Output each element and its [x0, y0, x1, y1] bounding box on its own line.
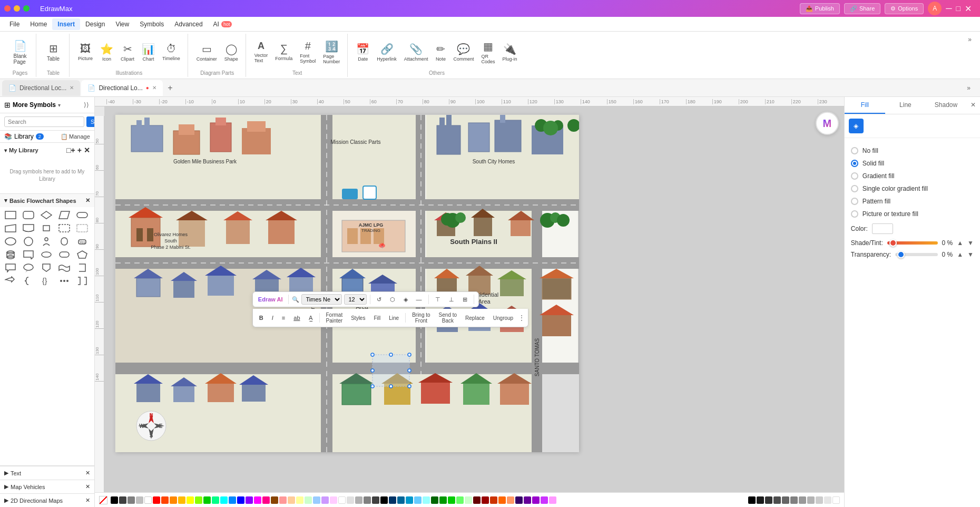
font-size-select[interactable]: 12 [344, 294, 367, 305]
swatch-light-blue[interactable] [313, 496, 320, 504]
line-btn[interactable]: — [413, 295, 425, 304]
maximize-icon[interactable]: □ [956, 4, 961, 13]
menu-design[interactable]: Design [80, 18, 110, 30]
format-painter-btn[interactable]: FormatPainter [323, 310, 346, 325]
swatch-lime[interactable] [195, 496, 202, 504]
swatch-orchid[interactable] [541, 496, 548, 504]
menu-insert[interactable]: Insert [52, 18, 80, 30]
tab-line[interactable]: Line [885, 97, 926, 114]
date-button[interactable]: 📅 Date [353, 41, 373, 64]
underline-btn[interactable]: ab [290, 313, 303, 323]
qr-codes-button[interactable]: ▦ QRCodes [478, 38, 498, 66]
avatar[interactable]: A [928, 2, 942, 15]
shape-bracket2[interactable] [75, 275, 90, 287]
canvas-inner[interactable]: AJMC LPG TRADING 📍 [104, 106, 844, 492]
swatch-dark5[interactable] [782, 496, 789, 504]
ctx-fill-btn[interactable]: Fill [370, 314, 384, 323]
font-family-select[interactable]: Times Ne [301, 294, 342, 305]
shape-circle[interactable] [21, 236, 36, 247]
replace-btn[interactable]: Replace [462, 314, 488, 323]
swatch-lavender[interactable] [321, 496, 329, 504]
fill-tool-active[interactable]: ◈ [849, 119, 864, 133]
shape-comment[interactable] [21, 249, 36, 260]
swatch-thistle[interactable] [549, 496, 556, 504]
flowchart-section-header[interactable]: ▾ Basic Flowchart Shapes ✕ [0, 194, 94, 207]
minimize-icon[interactable]: ─ [946, 4, 952, 13]
maximize-dot[interactable] [23, 5, 30, 12]
shape-person2[interactable] [57, 236, 72, 247]
blank-page-button[interactable]: 📄 BlankPage [8, 37, 32, 67]
shape-wave[interactable] [57, 262, 72, 274]
swatch-crimson[interactable] [482, 496, 489, 504]
fill-btn[interactable]: ◈ [400, 295, 411, 305]
shape-bracket[interactable] [75, 262, 90, 274]
shape-dots-rect[interactable] [75, 222, 90, 234]
tab-2[interactable]: 📄 Directional Lo... ● ✕ [81, 80, 162, 96]
swatch-magenta[interactable] [254, 496, 261, 504]
transparency-down[interactable]: ▼ [967, 251, 974, 258]
distribute-btn[interactable]: ⊞ [459, 295, 471, 305]
symbols-dropdown-icon[interactable]: ▾ [58, 102, 61, 108]
bring-to-front-btn[interactable]: Bring toFront [409, 310, 433, 325]
swatch-dark11[interactable] [832, 496, 840, 504]
fill-option-picture[interactable]: Picture or texture fill [851, 208, 974, 220]
tab-shadow[interactable]: Shadow [926, 97, 966, 114]
swatch-dark4[interactable] [773, 496, 781, 504]
tabs-expand-button[interactable]: » [964, 83, 974, 93]
shape-curly-brace[interactable] [21, 275, 36, 287]
swatch-light-yellow[interactable] [296, 496, 303, 504]
swatch-light-red[interactable] [279, 496, 287, 504]
swatch-orange2[interactable] [498, 496, 506, 504]
icon-button[interactable]: ⭐ Icon [97, 41, 116, 64]
list-btn[interactable]: ≡ [279, 313, 288, 323]
send-to-back-btn[interactable]: Send toBack [436, 310, 460, 325]
swatch-purple2[interactable] [532, 496, 540, 504]
picture-button[interactable]: 🖼 Picture [75, 41, 96, 63]
tab-2-close[interactable]: ✕ [152, 85, 156, 91]
fill-option-gradient[interactable]: Gradient fill [851, 170, 974, 182]
menu-symbols[interactable]: Symbols [134, 18, 169, 30]
fill-option-pattern[interactable]: Pattern fill [851, 195, 974, 208]
crop-btn[interactable]: ⬡ [387, 295, 398, 305]
swatch-dark6[interactable] [790, 496, 798, 504]
close-library-icon[interactable]: ✕ [84, 146, 90, 154]
font-color-btn[interactable]: A̲ [306, 313, 316, 323]
new-library-icon[interactable]: + [77, 146, 82, 154]
swatch-darkgray[interactable] [119, 496, 126, 504]
shape-ellipse[interactable] [3, 236, 18, 247]
swatch-teal2[interactable] [406, 496, 413, 504]
shape-parallelogram[interactable] [57, 209, 72, 221]
swatch-midgreen[interactable] [439, 496, 447, 504]
text-section-close[interactable]: ✕ [85, 470, 90, 476]
swatch-brightgreen[interactable] [448, 496, 455, 504]
swatch-orange[interactable] [170, 496, 177, 504]
swatch-white[interactable] [144, 496, 152, 504]
comment-button[interactable]: 💬 Comment [450, 41, 477, 64]
ungroup-btn[interactable]: Ungroup [490, 314, 516, 323]
swatch-navy[interactable] [389, 496, 396, 504]
page-number-button[interactable]: 🔢 PageNumber [320, 38, 343, 66]
shape-terminator[interactable] [75, 209, 90, 221]
swatch-lightgreen2[interactable] [456, 496, 464, 504]
2d-maps-close[interactable]: ✕ [85, 497, 90, 504]
share-button[interactable]: 🔗 Share [844, 3, 880, 14]
swatch-red[interactable] [153, 496, 160, 504]
shape-button[interactable]: ◯ Shape [221, 41, 241, 64]
swatch-dark7[interactable] [799, 496, 806, 504]
shape-badge2[interactable] [39, 262, 54, 274]
formula-button[interactable]: ∑ Formula [272, 41, 296, 63]
swatch-yellow[interactable] [187, 496, 194, 504]
fill-option-solid[interactable]: Solid fill [851, 157, 974, 170]
swatch-teal1[interactable] [397, 496, 405, 504]
ctx-line-btn[interactable]: Line [386, 314, 402, 323]
shade-tint-slider[interactable] [887, 241, 938, 245]
swatch-sky[interactable] [229, 496, 236, 504]
swatch-w2[interactable] [338, 496, 346, 504]
tab-fill[interactable]: Fill [845, 97, 885, 114]
shape-dashed-rect[interactable] [57, 222, 72, 234]
fill-option-single-gradient[interactable]: Single color gradient fill [851, 182, 974, 195]
swatch-amber[interactable] [178, 496, 185, 504]
swatch-purple[interactable] [246, 496, 253, 504]
swatch-gray[interactable] [128, 496, 135, 504]
transparency-up[interactable]: ▲ [957, 251, 963, 258]
